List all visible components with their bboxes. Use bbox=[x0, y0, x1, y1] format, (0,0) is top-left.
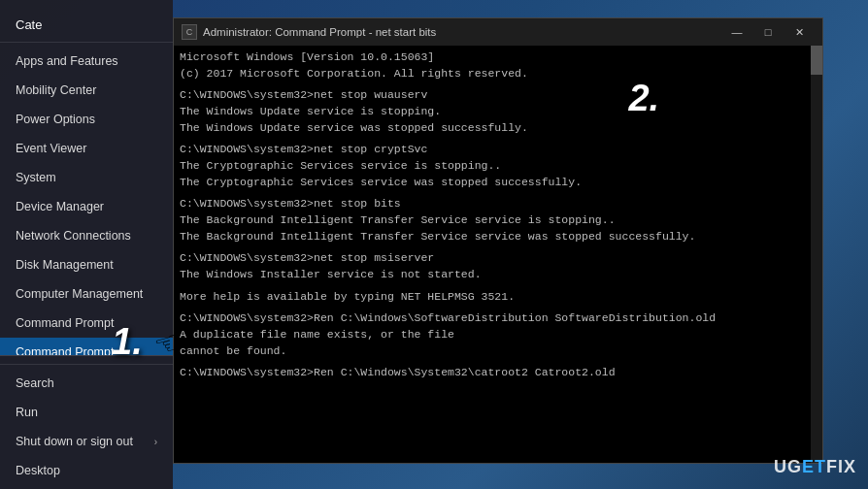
menu-item-network[interactable]: Network Connections bbox=[0, 221, 173, 250]
cmd-line-6: C:\WINDOWS\system32>net stop cryptSvc bbox=[180, 142, 817, 158]
watermark: UGETFIX bbox=[774, 457, 856, 477]
menu-item-label: System bbox=[16, 171, 56, 184]
cursor-hand-2-icon: ☞ bbox=[588, 79, 625, 121]
menu-divider bbox=[0, 364, 173, 365]
cmd-line-1: Microsoft Windows [Version 10.0.15063] bbox=[180, 49, 817, 66]
start-menu: Cate Apps and Features Mobility Center P… bbox=[0, 0, 173, 489]
cmd-body: Microsoft Windows [Version 10.0.15063] (… bbox=[174, 46, 822, 463]
menu-item-disk[interactable]: Disk Management bbox=[0, 250, 173, 279]
username-label: Cate bbox=[16, 17, 42, 32]
cmd-line-5: The Windows Update service was stopped s… bbox=[180, 120, 817, 137]
menu-item-apps-features[interactable]: Apps and Features bbox=[0, 47, 173, 76]
start-menu-user: Cate bbox=[0, 0, 173, 43]
cmd-line-15: C:\WINDOWS\system32>Ren C:\Windows\Softw… bbox=[180, 310, 817, 327]
step-one-label: 1. bbox=[112, 321, 143, 362]
chevron-right-icon: › bbox=[154, 437, 157, 447]
cmd-line-4: The Windows Update service is stopping. bbox=[180, 104, 817, 120]
step-two-label: 2. bbox=[628, 78, 659, 118]
menu-item-device-manager[interactable]: Device Manager bbox=[0, 192, 173, 221]
cmd-scrollbar-thumb[interactable] bbox=[811, 46, 822, 75]
cmd-line-12: C:\WINDOWS\system32>net stop msiserver bbox=[180, 250, 817, 267]
menu-item-search[interactable]: Search bbox=[0, 369, 173, 398]
desktop: Cate Apps and Features Mobility Center P… bbox=[0, 0, 868, 489]
menu-item-event-viewer[interactable]: Event Viewer bbox=[0, 134, 173, 163]
watermark-ug: UG bbox=[774, 457, 802, 476]
menu-item-label: Device Manager bbox=[16, 200, 104, 213]
cmd-line-13: The Windows Installer service is not sta… bbox=[180, 267, 817, 283]
cmd-controls: — □ ✕ bbox=[721, 22, 815, 42]
maximize-button[interactable]: □ bbox=[752, 22, 784, 42]
menu-item-label: Network Connections bbox=[16, 229, 131, 243]
menu-item-label: Disk Management bbox=[16, 258, 114, 272]
cmd-line-14: More help is available by typing NET HEL… bbox=[180, 289, 817, 306]
menu-item-label: Command Prompt bbox=[16, 316, 114, 330]
menu-item-desktop[interactable]: Desktop bbox=[0, 456, 173, 485]
menu-item-system[interactable]: System bbox=[0, 163, 173, 192]
menu-item-mobility[interactable]: Mobility Center bbox=[0, 76, 173, 105]
cmd-line-7: The Cryptographic Services service is st… bbox=[180, 158, 817, 175]
cmd-line-9: C:\WINDOWS\system32>net stop bits bbox=[180, 196, 817, 212]
cmd-line-16: A duplicate file name exists, or the fil… bbox=[180, 327, 817, 343]
start-menu-items: Apps and Features Mobility Center Power … bbox=[0, 43, 173, 355]
cmd-scrollbar[interactable] bbox=[811, 46, 822, 463]
step-two-indicator: ☞ 2. bbox=[592, 78, 659, 119]
cmd-icon: C bbox=[182, 24, 197, 40]
cmd-line-3: C:\WINDOWS\system32>net stop wuauserv bbox=[180, 87, 817, 104]
menu-item-label: Power Options bbox=[16, 113, 95, 126]
menu-item-label: Mobility Center bbox=[16, 83, 96, 97]
cmd-line-2: (c) 2017 Microsoft Corporation. All righ… bbox=[180, 66, 817, 82]
close-button[interactable]: ✕ bbox=[784, 22, 815, 42]
start-menu-bottom: Search Run Shut down or sign out › Deskt… bbox=[0, 355, 173, 489]
watermark-fix: FIX bbox=[826, 457, 856, 476]
menu-item-label: Shut down or sign out bbox=[16, 435, 133, 448]
menu-item-label: Event Viewer bbox=[16, 142, 86, 155]
menu-item-computer-mgmt[interactable]: Computer Management bbox=[0, 279, 173, 309]
menu-item-run[interactable]: Run bbox=[0, 398, 173, 427]
menu-item-shutdown[interactable]: Shut down or sign out › bbox=[0, 427, 173, 456]
menu-item-label: Computer Management bbox=[16, 287, 143, 301]
cmd-line-18: C:\WINDOWS\system32>Ren C:\Windows\Syste… bbox=[180, 365, 817, 381]
cmd-title: Administrator: Command Prompt - net star… bbox=[203, 26, 721, 38]
menu-item-label: Search bbox=[16, 376, 54, 390]
menu-item-label: Run bbox=[16, 406, 38, 419]
menu-item-label: Apps and Features bbox=[16, 54, 118, 68]
minimize-button[interactable]: — bbox=[721, 22, 752, 42]
cmd-window: C Administrator: Command Prompt - net st… bbox=[173, 17, 823, 464]
menu-item-label: Desktop bbox=[16, 464, 60, 477]
step-one-indicator: 1. ☞ bbox=[112, 321, 183, 363]
cmd-line-8: The Cryptographic Services service was s… bbox=[180, 175, 817, 191]
menu-item-power[interactable]: Power Options bbox=[0, 105, 173, 134]
cmd-titlebar: C Administrator: Command Prompt - net st… bbox=[174, 18, 822, 46]
watermark-et: ET bbox=[802, 457, 826, 476]
cursor-hand-1-icon: ☞ bbox=[150, 322, 187, 365]
cmd-line-10: The Background Intelligent Transfer Serv… bbox=[180, 212, 817, 229]
cmd-line-17: cannot be found. bbox=[180, 343, 817, 360]
cmd-line-11: The Background Intelligent Transfer Serv… bbox=[180, 229, 817, 245]
